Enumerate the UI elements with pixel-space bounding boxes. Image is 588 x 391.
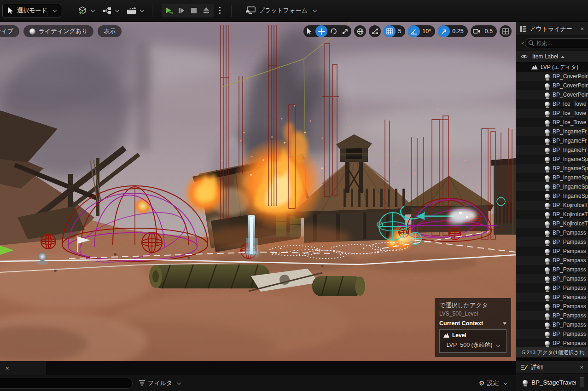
move-tool-button[interactable] [315, 25, 327, 37]
actor-icon [545, 258, 550, 263]
stop-icon [191, 8, 197, 13]
outliner-row[interactable]: BP_Pampass [516, 256, 588, 265]
angle-snap-value[interactable]: 10° [420, 28, 435, 34]
blueprints-button[interactable] [98, 4, 122, 17]
eye-icon[interactable] [521, 54, 528, 59]
toolbar-separator [231, 5, 232, 17]
outliner-row[interactable]: BP_IngameSp [516, 182, 588, 191]
stop-button[interactable] [188, 4, 200, 17]
play-options-kebab[interactable] [217, 5, 222, 16]
outliner-search-input[interactable] [525, 38, 588, 48]
outliner-row[interactable]: BP_Pampass [516, 265, 588, 274]
outliner-row[interactable]: BP_Ice_Towe [516, 109, 588, 118]
item-label-column[interactable]: Item Label [532, 53, 558, 60]
filter-label: フィルタ [148, 379, 172, 387]
world-local-toggle[interactable] [354, 25, 366, 37]
outliner-row[interactable]: BP_IngameSp [516, 191, 588, 201]
bottom-tab[interactable]: × [0, 361, 46, 375]
outliner-row[interactable]: BP_CoverPoin [516, 72, 588, 81]
sphere-actor [38, 253, 47, 261]
outliner-row[interactable]: BP_Pampass [516, 329, 588, 339]
level-viewport[interactable]: ティブ ライティングあり 表示 [0, 22, 516, 361]
play-button[interactable] [163, 4, 175, 17]
perspective-dropdown[interactable]: ティブ [0, 25, 19, 37]
outliner-row[interactable]: BP_Pampass [516, 311, 588, 320]
skip-button[interactable] [175, 4, 188, 17]
outliner-row[interactable]: BP_Pampass [516, 228, 588, 237]
actor-icon [545, 74, 550, 79]
camera-speed-value[interactable]: 0.5 [483, 28, 497, 34]
actor-label: BP_CoverPoin [553, 82, 588, 89]
angle-snap-button[interactable] [408, 25, 420, 37]
toolbar-separator [66, 5, 66, 17]
surface-snap-button[interactable] [369, 25, 381, 37]
details-tab[interactable]: 詳細 × [516, 361, 588, 374]
actor-label: BP_Pampass [553, 322, 586, 328]
actor-label: BP_IngameFr [553, 138, 587, 144]
surface-snap-icon [372, 28, 378, 34]
outliner-column-header[interactable]: Item Label [516, 51, 588, 63]
actor-name-field[interactable] [580, 377, 584, 387]
scale-snap-button[interactable] [438, 25, 450, 37]
actor-icon [545, 166, 550, 171]
outliner-row[interactable]: BP_CoverPoin [516, 81, 588, 90]
outliner-row[interactable]: BP_Pampass [516, 237, 588, 247]
chevron-down-icon [496, 343, 500, 347]
current-context-dropdown[interactable]: Current Context [439, 320, 506, 327]
close-icon[interactable]: × [580, 364, 583, 370]
chevron-down-icon[interactable] [522, 42, 524, 44]
outliner-row[interactable]: BP_IngameSp [516, 173, 588, 182]
add-actor-button[interactable] [74, 4, 98, 17]
close-icon[interactable]: × [580, 26, 584, 32]
outliner-row[interactable]: BP_Pampass [516, 339, 588, 348]
outliner-row[interactable]: BP_KojiroIceT [516, 210, 588, 219]
outliner-tab[interactable]: アウトライナー × [516, 22, 588, 36]
outliner-row[interactable]: BP_IngameSp [516, 164, 588, 173]
actor-label: BP_Pampass [553, 331, 586, 337]
select-mode-dropdown[interactable]: 選択モード [2, 4, 61, 17]
outliner-row[interactable]: BP_IngameSp [516, 155, 588, 164]
outliner-row[interactable]: BP_Ice_Towe [516, 118, 588, 127]
outliner-row[interactable]: BP_Pampass [516, 247, 588, 256]
close-icon[interactable]: × [6, 365, 9, 371]
actor-label: BP_CoverPoin [553, 92, 588, 98]
outliner-row[interactable]: BP_KojiroIceT [516, 201, 588, 210]
outliner-row[interactable]: BP_IngameFr [516, 127, 588, 136]
view-mode-dropdown[interactable]: ライティングあり [23, 25, 93, 37]
outliner-row[interactable]: BP_Pampass [516, 293, 588, 302]
level-selector[interactable]: LVP_500 (永続的) [440, 340, 506, 352]
play-icon [165, 7, 173, 14]
camera-speed-button[interactable] [471, 25, 483, 37]
viewport-layout-button[interactable] [500, 25, 512, 37]
selected-actor-row[interactable]: BP_StageTraver [516, 374, 588, 391]
log-search-input[interactable] [0, 378, 133, 389]
cinematics-button[interactable] [122, 4, 147, 17]
outliner-row[interactable]: BP_Ice_Towe [516, 99, 588, 109]
eject-icon [203, 7, 210, 13]
scale-tool-button[interactable] [339, 25, 351, 37]
outliner-row[interactable]: BP_IngameFr [516, 145, 588, 155]
platforms-dropdown[interactable]: プラットフォーム [242, 4, 320, 17]
outliner-row[interactable]: BP_IngameFr [516, 136, 588, 145]
rotate-tool-button[interactable] [327, 25, 339, 37]
main-toolbar: 選択モード [0, 0, 588, 21]
filter-dropdown[interactable]: フィルタ [139, 379, 180, 387]
eject-button[interactable] [200, 4, 213, 17]
actor-icon [545, 332, 550, 337]
grid-snap-value[interactable]: 5 [396, 28, 405, 34]
outliner-row[interactable]: BP_Pampass [516, 274, 588, 283]
outliner-row[interactable]: BP_CoverPoin [516, 90, 588, 99]
show-dropdown[interactable]: 表示 [98, 25, 122, 37]
outliner-row[interactable]: BP_Pampass [516, 302, 588, 311]
show-label: 表示 [104, 27, 116, 35]
actor-label: BP_KojiroIceT [553, 211, 588, 218]
outliner-root-row[interactable]: LVP (エディタ) [516, 63, 588, 72]
outliner-row[interactable]: BP_Pampass [516, 283, 588, 293]
grid-snap-button[interactable] [384, 25, 396, 37]
scale-snap-value[interactable]: 0.25 [450, 28, 467, 34]
settings-dropdown[interactable]: ⚙ 設定 [479, 379, 506, 387]
outliner-row[interactable]: BP_Pampass [516, 320, 588, 329]
actor-label: BP_Ice_Towe [553, 110, 586, 116]
select-tool-button[interactable] [303, 25, 315, 37]
outliner-row[interactable]: BP_KojiroIceT [516, 219, 588, 228]
